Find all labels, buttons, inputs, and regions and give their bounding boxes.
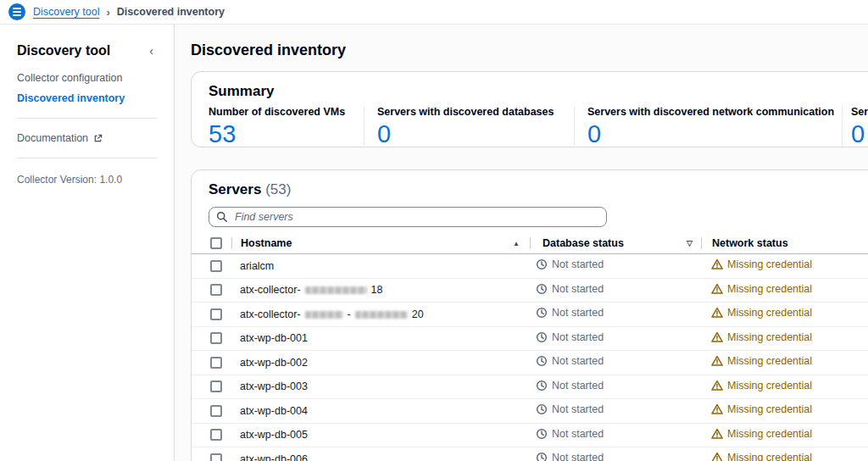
network-status-text: Missing credential [727,452,812,461]
servers-count: (53) [265,181,291,197]
pending-clock-icon [536,307,548,319]
metric-servers-with-databases: Servers with discovered databases 0 [364,106,574,148]
row-checkbox[interactable] [210,453,222,461]
row-checkbox[interactable] [210,308,222,320]
hostname-cell: arialcm [231,260,530,272]
sidebar-header: Discovery tool ‹ [17,43,157,58]
sidebar-title: Discovery tool [17,43,110,58]
network-status-cell: Missing credential [701,380,868,394]
pending-clock-icon [536,331,548,343]
metric-label: Number of discovered VMs [209,106,364,118]
app-window: Discovery tool › Discovered inventory Di… [0,0,868,461]
database-status-text: Not started [552,283,604,295]
row-checkbox[interactable] [210,380,222,392]
search-icon [216,211,228,223]
hostname-cell: atx-wp-db-001 [231,332,530,344]
network-status-cell: Missing credential [701,403,868,418]
find-servers-input[interactable] [209,207,607,227]
pending-clock-icon [536,403,548,415]
network-status-cell: Missing credential [701,258,868,273]
app-layout: Discovery tool ‹ Collector configuration… [0,25,868,461]
breadcrumb-separator-icon: › [107,7,110,18]
table-row: atx-wp-db-006 Not started Missing creden… [192,447,868,461]
warning-triangle-icon [711,258,723,270]
column-header-hostname[interactable]: Hostname ▲ [232,237,530,249]
pending-clock-icon [536,428,548,440]
breadcrumb-link-discovery-tool[interactable]: Discovery tool [33,6,100,18]
network-status-text: Missing credential [727,307,812,319]
database-status-text: Not started [552,331,604,343]
metric-servers-with-network-communication: Servers with discovered network communic… [574,106,842,148]
database-status-cell: Not started [530,307,701,321]
pending-clock-icon [536,355,548,367]
database-status-text: Not started [552,307,604,319]
sortable-icon: ▽ [687,239,693,247]
database-status-text: Not started [552,380,604,392]
servers-table: Hostname ▲ Database status ▽ Network sta… [209,233,868,461]
table-header-row: Hostname ▲ Database status ▽ Network sta… [192,233,868,254]
select-all-checkbox[interactable] [210,237,222,249]
pending-clock-icon [536,258,548,270]
network-status-cell: Missing credential [701,307,868,321]
network-status-text: Missing credential [727,428,812,440]
warning-triangle-icon [711,428,723,440]
hostname-cell: atx-wp-db-006 [231,453,530,461]
row-checkbox[interactable] [210,405,222,417]
hamburger-menu-icon[interactable] [8,3,25,20]
breadcrumb: Discovery tool › Discovered inventory [33,6,225,18]
network-status-cell: Missing credential [701,428,868,442]
sidebar-collapse-button[interactable]: ‹ [146,43,157,58]
pending-clock-icon [536,452,548,461]
hostname-cell: atx-collector-18 [231,284,530,296]
warning-triangle-icon [711,452,723,461]
row-checkbox[interactable] [210,429,222,441]
server-search [209,207,607,227]
database-status-cell: Not started [530,452,701,461]
sidebar-item-documentation[interactable]: Documentation [17,132,157,144]
metric-value: 0 [377,119,574,148]
database-status-cell: Not started [530,258,701,273]
sidebar-item-collector-configuration[interactable]: Collector configuration [17,72,157,84]
hostname-cell: atx-wp-db-005 [231,429,530,441]
row-checkbox[interactable] [210,357,222,369]
servers-title-text: Servers [209,181,261,197]
sort-ascending-icon: ▲ [513,240,520,247]
hostname-cell: atx-wp-db-002 [231,357,530,369]
network-status-text: Missing credential [727,380,812,392]
row-checkbox[interactable] [210,260,222,272]
table-row: atx-wp-db-005 Not started Missing creden… [192,424,868,448]
metric-value: 53 [209,119,364,148]
network-status-text: Missing credential [727,331,812,343]
sidebar-divider [17,118,157,119]
summary-title: Summary [209,83,868,100]
metric-discovered-vms: Number of discovered VMs 53 [209,106,364,148]
database-status-text: Not started [552,403,604,415]
redacted-text [355,311,408,319]
column-label: Database status [542,237,624,249]
database-status-text: Not started [552,452,604,461]
summary-metrics: Number of discovered VMs 53 Servers with… [209,106,868,148]
network-status-text: Missing credential [727,283,812,295]
database-status-cell: Not started [530,355,701,369]
metric-label: Servers with discovered network communic… [587,106,842,118]
network-status-text: Missing credential [727,403,812,415]
sidebar-item-discovered-inventory[interactable]: Discovered inventory [17,92,157,104]
network-status-cell: Missing credential [701,452,868,461]
metric-clipped: Ser 0 [842,106,868,148]
network-status-cell: Missing credential [701,355,868,369]
redacted-text [305,311,343,319]
row-checkbox[interactable] [210,332,222,344]
table-row: atx-wp-db-001 Not started Missing creden… [192,327,868,352]
database-status-cell: Not started [530,428,701,442]
warning-triangle-icon [711,403,723,415]
column-header-database-status[interactable]: Database status ▽ [531,237,701,249]
warning-triangle-icon [711,331,723,343]
metric-label: Ser [851,106,868,118]
database-status-cell: Not started [530,331,701,346]
database-status-text: Not started [552,355,604,367]
column-label: Hostname [241,237,292,249]
documentation-label: Documentation [17,132,88,144]
row-checkbox[interactable] [210,284,222,296]
top-navigation-bar: Discovery tool › Discovered inventory [0,0,868,25]
database-status-cell: Not started [530,380,701,394]
